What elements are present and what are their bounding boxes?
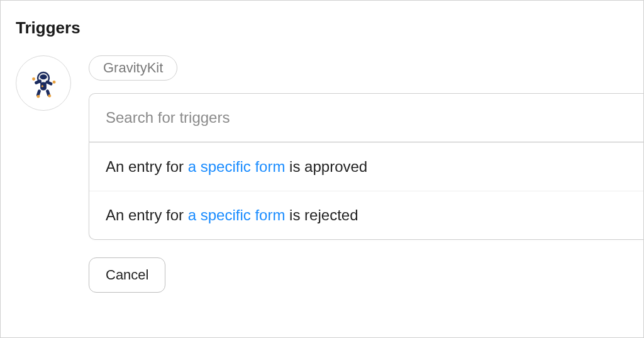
integration-tag[interactable]: GravityKit xyxy=(89,55,177,81)
integration-tag-label: GravityKit xyxy=(103,60,163,76)
trigger-text-suffix: is rejected xyxy=(285,206,358,223)
astronaut-icon xyxy=(27,67,60,99)
trigger-search-input[interactable] xyxy=(89,94,643,142)
trigger-text-suffix: is approved xyxy=(285,158,367,175)
trigger-content: GravityKit An entry for a specific form … xyxy=(89,55,643,293)
integration-avatar xyxy=(16,55,71,111)
cancel-button[interactable]: Cancel xyxy=(89,257,165,293)
svg-point-9 xyxy=(36,95,40,98)
svg-point-10 xyxy=(48,94,51,98)
trigger-search-box xyxy=(89,93,643,142)
svg-point-1 xyxy=(40,74,47,79)
section-title: Triggers xyxy=(16,18,643,38)
trigger-option[interactable]: An entry for a specific form is approved xyxy=(89,143,643,191)
trigger-option[interactable]: An entry for a specific form is rejected xyxy=(89,191,643,239)
trigger-link[interactable]: a specific form xyxy=(188,158,286,175)
svg-point-5 xyxy=(32,77,35,81)
trigger-builder-row: GravityKit An entry for a specific form … xyxy=(16,55,643,293)
trigger-dropdown: An entry for a specific form is approved… xyxy=(89,142,643,240)
svg-point-11 xyxy=(42,85,43,87)
trigger-text-prefix: An entry for xyxy=(106,206,188,223)
trigger-text-prefix: An entry for xyxy=(106,158,188,175)
trigger-link[interactable]: a specific form xyxy=(188,206,286,223)
svg-point-6 xyxy=(53,81,56,84)
